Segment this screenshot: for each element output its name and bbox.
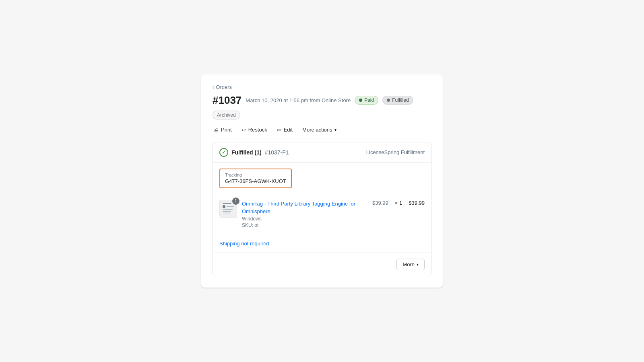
- order-number: #1037: [213, 94, 242, 107]
- badge-paid-dot: [359, 99, 362, 102]
- product-sku: SKU: ot: [242, 222, 367, 228]
- print-label: Print: [221, 127, 232, 133]
- breadcrumb-chevron: ‹: [213, 84, 214, 90]
- shipping-section: Shipping not required: [213, 234, 431, 253]
- order-toolbar: 🖨 Print ↩ Restock ✏ Edit More actions ▾: [213, 125, 431, 135]
- restock-icon: ↩: [242, 127, 246, 133]
- fulfillment-status: Fulfilled (1): [231, 149, 262, 156]
- badge-archived-label: Archived: [217, 112, 236, 118]
- badge-paid-label: Paid: [364, 97, 374, 103]
- product-total-price: $39.99: [409, 200, 425, 206]
- bottom-toolbar: More ▾: [213, 253, 431, 276]
- print-button[interactable]: 🖨 Print: [213, 125, 233, 135]
- tracking-label: Tracking: [225, 173, 286, 177]
- product-pricing: $39.99 × 1 $39.99: [372, 200, 425, 206]
- product-qty-badge: 1: [232, 197, 239, 205]
- tracking-section: Tracking G477-36FS-AGWK-XUOT: [213, 163, 431, 194]
- order-date: March 10, 2020 at 1:56 pm from Online St…: [246, 97, 351, 103]
- badge-fulfilled: Fulfilled: [382, 96, 413, 105]
- more-button[interactable]: More ▾: [396, 259, 425, 270]
- restock-button[interactable]: ↩ Restock: [241, 125, 268, 135]
- fulfillment-card: ✓ Fulfilled (1) #1037-F1 LicenseSpring F…: [213, 142, 431, 276]
- print-icon: 🖨: [213, 127, 219, 133]
- badge-fulfilled-dot: [387, 99, 390, 102]
- tracking-number: G477-36FS-AGWK-XUOT: [225, 178, 286, 184]
- fulfillment-service: LicenseSpring Fulfillment: [366, 149, 425, 155]
- edit-icon: ✏: [277, 127, 282, 133]
- product-row: 1 OmniTag - Third Party Library Tagging …: [219, 200, 425, 228]
- product-info: OmniTag - Third Party Library Tagging En…: [242, 200, 367, 228]
- more-actions-label: More actions: [302, 127, 332, 133]
- badge-paid: Paid: [355, 96, 378, 105]
- tracking-box[interactable]: Tracking G477-36FS-AGWK-XUOT: [219, 169, 292, 188]
- fulfilled-check-icon: ✓: [219, 148, 228, 157]
- edit-button[interactable]: ✏ Edit: [276, 125, 293, 135]
- product-name-link[interactable]: OmniTag - Third Party Library Tagging En…: [242, 201, 355, 214]
- breadcrumb-label: Orders: [216, 84, 232, 90]
- edit-label: Edit: [284, 127, 293, 133]
- more-actions-button[interactable]: More actions ▾: [301, 125, 337, 134]
- breadcrumb[interactable]: ‹ Orders: [213, 84, 431, 90]
- fulfillment-id: #1037-F1: [265, 149, 289, 156]
- more-button-label: More: [402, 261, 415, 267]
- badge-fulfilled-label: Fulfilled: [392, 97, 409, 103]
- product-thumbnail-wrap: 1: [219, 200, 237, 218]
- badge-archived: Archived: [213, 111, 240, 119]
- shipping-text[interactable]: Shipping not required: [219, 241, 269, 247]
- product-section: 1 OmniTag - Third Party Library Tagging …: [213, 194, 431, 234]
- more-actions-chevron-icon: ▾: [334, 128, 336, 132]
- product-variant: Windows: [242, 216, 367, 222]
- fulfillment-header: ✓ Fulfilled (1) #1037-F1 LicenseSpring F…: [213, 142, 431, 163]
- product-qty-label: × 1: [395, 200, 402, 206]
- restock-label: Restock: [248, 127, 267, 133]
- order-detail-card: ‹ Orders #1037 March 10, 2020 at 1:56 pm…: [201, 74, 443, 288]
- fulfillment-title: ✓ Fulfilled (1) #1037-F1: [219, 148, 289, 157]
- product-unit-price: $39.99: [372, 200, 388, 206]
- order-header: #1037 March 10, 2020 at 1:56 pm from Onl…: [213, 94, 431, 119]
- more-button-chevron-icon: ▾: [417, 262, 419, 267]
